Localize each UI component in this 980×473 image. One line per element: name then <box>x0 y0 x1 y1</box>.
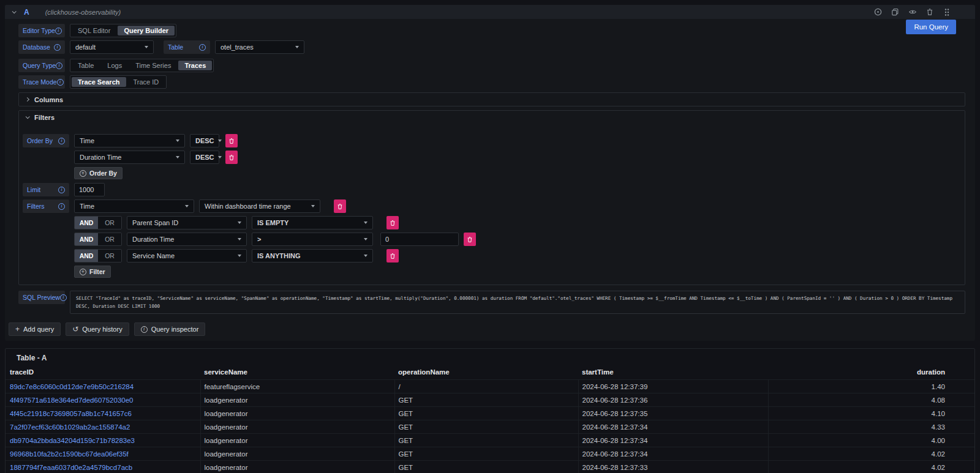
query-type-traces[interactable]: Traces <box>178 61 212 70</box>
or-option[interactable]: OR <box>98 233 121 245</box>
duration-cell: 4.08 <box>768 393 974 407</box>
and-option[interactable]: AND <box>75 217 98 229</box>
order-by-direction-select[interactable]: DESC <box>190 151 219 164</box>
delete-order-by-button[interactable] <box>225 134 238 147</box>
info-icon[interactable]: i <box>58 187 65 193</box>
filters-section: Filters Order By i Time DESC <box>18 110 965 285</box>
chevron-down-icon <box>176 156 179 158</box>
column-header-operationname[interactable]: operationName <box>394 367 578 380</box>
editor-type-toggle: SQL Editor Query Builder <box>70 24 176 37</box>
trace-id-option[interactable]: Trace ID <box>127 77 165 87</box>
query-inspector-button[interactable]: i Query inspector <box>134 322 206 336</box>
chevron-down-icon <box>145 46 148 48</box>
duration-cell: 4.02 <box>768 447 974 461</box>
column-header-servicename[interactable]: serviceName <box>200 367 394 380</box>
chevron-down-icon <box>364 222 368 224</box>
and-or-toggle: AND OR <box>74 216 122 229</box>
query-type-toggle: Table Logs Time Series Traces <box>70 59 214 72</box>
run-query-button[interactable]: Run Query <box>906 20 956 34</box>
delete-filter-button[interactable] <box>386 249 399 263</box>
table-select[interactable]: otel_traces <box>215 40 304 54</box>
collapse-chevron-icon[interactable] <box>12 9 17 13</box>
table-row: 4f45c21918c73698057a8b1c741657c6 loadgen… <box>6 407 974 420</box>
or-option[interactable]: OR <box>98 250 121 262</box>
trace-id-link[interactable]: 89dc7e8c6060c0d12de7e9b50c216284 <box>10 383 134 390</box>
query-type-timeseries[interactable]: Time Series <box>129 61 177 70</box>
trace-search-option[interactable]: Trace Search <box>72 77 126 87</box>
editor-type-label: Editor Type i <box>18 24 65 37</box>
duplicate-query-icon[interactable] <box>891 8 899 16</box>
add-query-button[interactable]: + Add query <box>9 322 61 336</box>
info-icon[interactable]: i <box>60 294 67 301</box>
info-icon[interactable]: i <box>55 28 62 34</box>
start-time-cell: 2024-06-28 12:37:33 <box>578 461 768 473</box>
delete-filter-button[interactable] <box>334 199 346 213</box>
column-header-duration[interactable]: duration <box>768 367 974 380</box>
column-header-traceid[interactable]: traceID <box>6 367 200 380</box>
add-order-by-button[interactable]: + Order By <box>74 167 123 179</box>
panel-title: Table - A <box>6 349 974 367</box>
database-select[interactable]: default <box>70 40 154 54</box>
and-option[interactable]: AND <box>75 233 98 245</box>
or-option[interactable]: OR <box>98 217 121 229</box>
remove-query-trash-icon[interactable] <box>925 8 933 16</box>
table-row: db9704a2bbda34204d159c71b78283e3 loadgen… <box>6 434 974 447</box>
add-filter-button[interactable]: + Filter <box>74 266 111 278</box>
order-by-field-select[interactable]: Duration Time <box>74 151 185 164</box>
filters-section-header[interactable]: Filters <box>19 111 965 124</box>
delete-filter-button[interactable] <box>386 216 399 229</box>
chevron-down-icon <box>185 205 189 207</box>
filter-field-select[interactable]: Service Name <box>127 249 247 263</box>
info-icon[interactable]: i <box>57 79 64 86</box>
order-by-label: Order By i <box>23 134 69 147</box>
delete-filter-button[interactable] <box>464 233 476 246</box>
operation-name-cell: GET <box>394 434 578 447</box>
columns-section-header[interactable]: Columns <box>19 93 965 106</box>
filter-operator-select[interactable]: Within dashboard time range <box>199 199 320 213</box>
query-type-label: Query Type i <box>18 59 65 72</box>
query-type-table[interactable]: Table <box>72 61 100 70</box>
query-row-header[interactable]: A (clickhouse-observability) <box>5 5 975 19</box>
service-name-cell: loadgenerator <box>200 447 394 461</box>
table-row: 7a2f07ecf63c60b1029ab2ac155874a2 loadgen… <box>6 420 974 434</box>
operation-name-cell: GET <box>394 461 578 473</box>
info-icon[interactable]: i <box>54 44 61 51</box>
info-icon[interactable]: i <box>58 138 65 144</box>
start-time-cell: 2024-06-28 12:37:39 <box>578 380 768 393</box>
toggle-visibility-eye-icon[interactable] <box>908 8 916 16</box>
order-by-direction-select[interactable]: DESC <box>190 134 219 147</box>
delete-order-by-button[interactable] <box>225 151 238 164</box>
trace-mode-label: Trace Mode i <box>18 75 65 89</box>
database-table-row: Database i default Table i otel_traces <box>18 40 970 54</box>
sql-editor-option[interactable]: SQL Editor <box>72 26 116 35</box>
filter-field-select[interactable]: Time <box>74 199 194 213</box>
chevron-down-icon <box>26 114 30 119</box>
trace-id-link[interactable]: 4f497571a618e364ed7ded60752030e0 <box>10 397 133 404</box>
filter-field-select[interactable]: Duration Time <box>127 233 247 246</box>
trace-id-link[interactable]: 96968b10fa2b2c1590bc67dea06ef35f <box>10 450 129 458</box>
filter-value-input[interactable] <box>380 233 459 246</box>
service-name-cell: loadgenerator <box>200 393 394 407</box>
trace-id-link[interactable]: 4f45c21918c73698057a8b1c741657c6 <box>10 410 132 417</box>
filter-operator-select[interactable]: > <box>252 233 373 246</box>
trace-id-link[interactable]: 1887794f7eaa6037d0e2a4579bcd7acb <box>10 464 132 471</box>
and-option[interactable]: AND <box>75 250 98 262</box>
filter-operator-select[interactable]: IS ANYTHING <box>252 249 373 263</box>
drag-handle-icon[interactable] <box>943 8 951 16</box>
trace-id-link[interactable]: 7a2f07ecf63c60b1029ab2ac155874a2 <box>10 423 130 431</box>
info-icon[interactable]: i <box>199 44 206 51</box>
and-or-toggle: AND OR <box>74 249 122 263</box>
query-history-button[interactable]: ↺ Query history <box>66 322 129 336</box>
query-type-logs[interactable]: Logs <box>101 61 128 70</box>
query-builder-option[interactable]: Query Builder <box>118 26 175 35</box>
filter-operator-select[interactable]: IS EMPTY <box>252 216 373 229</box>
info-icon[interactable]: i <box>56 62 62 69</box>
info-icon[interactable]: i <box>58 203 65 210</box>
order-by-field-select[interactable]: Time <box>74 134 185 147</box>
help-circle-icon[interactable] <box>874 8 882 16</box>
limit-input[interactable] <box>74 183 105 196</box>
trace-id-link[interactable]: db9704a2bbda34204d159c71b78283e3 <box>10 437 135 444</box>
column-header-starttime[interactable]: startTime <box>578 367 768 380</box>
plus-circle-icon: + <box>80 170 86 177</box>
filter-field-select[interactable]: Parent Span ID <box>127 216 247 229</box>
